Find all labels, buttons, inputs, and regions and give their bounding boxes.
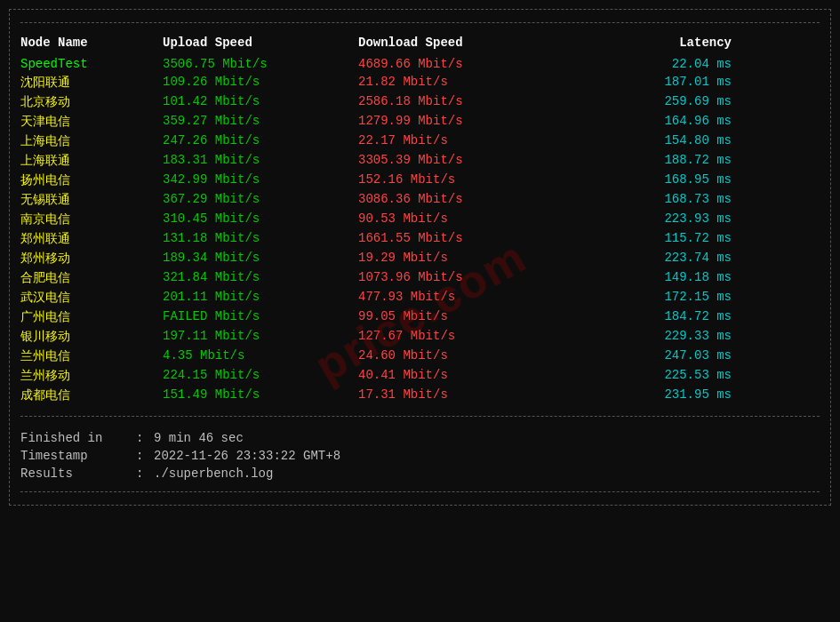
table-row: 天津电信359.27 Mbit/s1279.99 Mbit/s164.96 ms [20,112,820,132]
bottom-dashed-line [20,491,820,492]
download-speed: 3086.36 Mbit/s [358,192,589,208]
latency-value: 149.18 ms [589,270,732,286]
upload-speed: 310.45 Mbit/s [163,211,358,227]
latency-value: 223.93 ms [589,211,732,227]
upload-speed: 101.42 Mbit/s [163,94,358,110]
latency-value: 168.73 ms [589,192,732,208]
header-download: Download Speed [358,36,589,50]
latency-value: 22.04 ms [589,57,732,71]
results-sep: : [136,466,154,481]
results-label: Results [20,466,136,481]
header-node: Node Name [20,36,163,50]
download-speed: 22.17 Mbit/s [358,133,589,149]
download-speed: 90.53 Mbit/s [358,211,589,227]
finished-value: 9 min 46 sec [154,431,244,445]
node-name: 天津电信 [20,114,163,130]
finished-label: Finished in [20,431,136,445]
download-speed: 19.29 Mbit/s [358,251,589,267]
latency-value: 229.33 ms [589,329,732,345]
table-row: 合肥电信321.84 Mbit/s1073.96 Mbit/s149.18 ms [20,268,820,288]
node-name: 上海电信 [20,133,163,149]
table-row: 上海联通183.31 Mbit/s3305.39 Mbit/s188.72 ms [20,151,820,171]
table-row: SpeedTest3506.75 Mbit/s4689.66 Mbit/s22.… [20,55,820,73]
table-header-row: Node Name Upload Speed Download Speed La… [20,34,820,52]
upload-speed: 189.34 Mbit/s [163,251,358,267]
results-value: ./superbench.log [154,466,273,481]
upload-speed: 151.49 Mbit/s [163,387,358,403]
latency-value: 168.95 ms [589,172,732,188]
node-name: SpeedTest [20,57,163,71]
finished-sep: : [136,431,154,445]
table-row: 郑州联通131.18 Mbit/s1661.55 Mbit/s115.72 ms [20,229,820,249]
upload-speed: FAILED Mbit/s [163,309,358,325]
node-name: 无锡联通 [20,192,163,208]
footer-section: Finished in : 9 min 46 sec Timestamp : 2… [20,422,820,486]
upload-speed: 359.27 Mbit/s [163,114,358,130]
upload-speed: 224.15 Mbit/s [163,368,358,384]
timestamp-value: 2022-11-26 23:33:22 GMT+8 [154,449,340,463]
table-row: 扬州电信342.99 Mbit/s152.16 Mbit/s168.95 ms [20,171,820,190]
download-speed: 127.67 Mbit/s [358,329,589,345]
latency-value: 164.96 ms [589,114,732,130]
upload-speed: 247.26 Mbit/s [163,133,358,149]
latency-value: 188.72 ms [589,153,732,169]
header-latency: Latency [589,36,732,50]
node-name: 郑州移动 [20,251,163,267]
download-speed: 1279.99 Mbit/s [358,114,589,130]
download-speed: 40.41 Mbit/s [358,368,589,384]
node-name: 上海联通 [20,153,163,169]
node-name: 广州电信 [20,309,163,325]
download-speed: 1073.96 Mbit/s [358,270,589,286]
node-name: 扬州电信 [20,172,163,188]
upload-speed: 4.35 Mbit/s [163,348,358,364]
node-name: 兰州移动 [20,368,163,384]
download-speed: 24.60 Mbit/s [358,348,589,364]
latency-value: 184.72 ms [589,309,732,325]
node-name: 北京移动 [20,94,163,110]
table-row: 北京移动101.42 Mbit/s2586.18 Mbit/s259.69 ms [20,92,820,112]
timestamp-label: Timestamp [20,449,136,463]
footer-timestamp-row: Timestamp : 2022-11-26 23:33:22 GMT+8 [20,447,820,465]
table-row: 沈阳联通109.26 Mbit/s21.82 Mbit/s187.01 ms [20,73,820,92]
latency-value: 225.53 ms [589,368,732,384]
table-row: 武汉电信201.11 Mbit/s477.93 Mbit/s172.15 ms [20,288,820,307]
download-speed: 21.82 Mbit/s [358,75,589,91]
table-row: 兰州移动224.15 Mbit/s40.41 Mbit/s225.53 ms [20,366,820,386]
node-name: 南京电信 [20,211,163,227]
latency-value: 223.74 ms [589,251,732,267]
table-row: 南京电信310.45 Mbit/s90.53 Mbit/s223.93 ms [20,210,820,229]
upload-speed: 201.11 Mbit/s [163,290,358,306]
middle-dashed-line [20,416,820,417]
latency-value: 187.01 ms [589,75,732,91]
download-speed: 152.16 Mbit/s [358,172,589,188]
upload-speed: 109.26 Mbit/s [163,75,358,91]
node-name: 成都电信 [20,387,163,403]
download-speed: 99.05 Mbit/s [358,309,589,325]
node-name: 沈阳联通 [20,75,163,91]
node-name: 兰州电信 [20,348,163,364]
upload-speed: 197.11 Mbit/s [163,329,358,345]
table-row: 郑州移动189.34 Mbit/s19.29 Mbit/s223.74 ms [20,249,820,268]
top-dashed-line [20,22,820,23]
node-name: 银川移动 [20,329,163,345]
table-row: 银川移动197.11 Mbit/s127.67 Mbit/s229.33 ms [20,327,820,347]
header-upload: Upload Speed [163,36,358,50]
footer-finished-row: Finished in : 9 min 46 sec [20,429,820,447]
download-speed: 2586.18 Mbit/s [358,94,589,110]
download-speed: 1661.55 Mbit/s [358,231,589,247]
download-speed: 477.93 Mbit/s [358,290,589,306]
table-row: 上海电信247.26 Mbit/s22.17 Mbit/s154.80 ms [20,132,820,151]
upload-speed: 183.31 Mbit/s [163,153,358,169]
table-body: SpeedTest3506.75 Mbit/s4689.66 Mbit/s22.… [20,55,820,405]
latency-value: 172.15 ms [589,290,732,306]
speed-table: Node Name Upload Speed Download Speed La… [20,34,820,405]
node-name: 合肥电信 [20,270,163,286]
node-name: 武汉电信 [20,290,163,306]
latency-value: 247.03 ms [589,348,732,364]
speed-table-section: Node Name Upload Speed Download Speed La… [20,28,820,411]
latency-value: 259.69 ms [589,94,732,110]
table-row: 成都电信151.49 Mbit/s17.31 Mbit/s231.95 ms [20,386,820,405]
latency-value: 115.72 ms [589,231,732,247]
table-row: 兰州电信4.35 Mbit/s24.60 Mbit/s247.03 ms [20,347,820,366]
table-row: 无锡联通367.29 Mbit/s3086.36 Mbit/s168.73 ms [20,190,820,210]
